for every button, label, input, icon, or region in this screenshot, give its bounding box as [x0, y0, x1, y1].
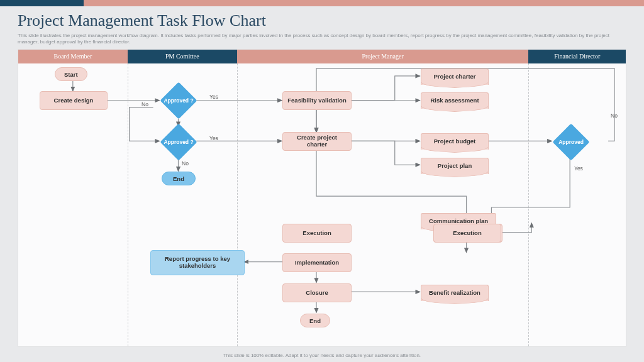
edge-no: No [611, 112, 618, 119]
end1-node: End [162, 172, 196, 185]
edge-yes: Yes [574, 165, 583, 172]
edge-yes: Yes [209, 94, 218, 100]
end2-node: End [300, 314, 330, 327]
lane-header-manager: Project Manager [237, 50, 529, 63]
lane-separator [237, 63, 238, 346]
approved3-decision: Approved [553, 124, 589, 160]
approved1-decision: Approved ? [160, 82, 197, 119]
project-plan-doc: Project plan [421, 158, 489, 174]
execution-node: Execution [282, 224, 352, 243]
edge-no: No [142, 101, 148, 107]
edge-yes: Yes [209, 135, 218, 141]
page-title: Project Management Task Flow Chart [18, 11, 266, 30]
closure-node: Closure [282, 283, 352, 302]
lane-separator [128, 63, 128, 346]
start-node: Start [55, 67, 87, 81]
edge-no: No [182, 160, 189, 167]
top-accent-bar [0, 0, 644, 6]
execution-right-node: Execution [433, 224, 501, 243]
swimlane-header: Board Member PM Comittee Project Manager… [18, 50, 626, 63]
benefit-doc: Benefit realization [421, 285, 489, 301]
create-design-node: Create design [40, 91, 108, 110]
lane-header-pm: PM Comittee [128, 50, 237, 63]
create-charter-node: Create project charter [282, 132, 352, 151]
page-subtitle: This slide illustrates the project manag… [18, 33, 626, 46]
project-charter-doc: Project charter [421, 69, 489, 85]
approved2-decision: Approved ? [160, 124, 197, 160]
feasibility-node: Feasibility validation [282, 91, 352, 110]
lane-header-financial: Financial Director [528, 50, 626, 63]
flowchart-canvas: Board Member PM Comittee Project Manager… [18, 49, 626, 347]
implementation-node: Implementation [282, 253, 352, 272]
project-budget-doc: Project budget [421, 133, 489, 150]
lane-separator [528, 63, 529, 346]
footer-note: This slide is 100% editable. Adapt it to… [0, 353, 644, 358]
lane-header-board: Board Member [18, 50, 128, 63]
report-progress-node: Report progress to key stakeholders [150, 250, 245, 275]
risk-assessment-doc: Risk assessment [421, 92, 489, 109]
